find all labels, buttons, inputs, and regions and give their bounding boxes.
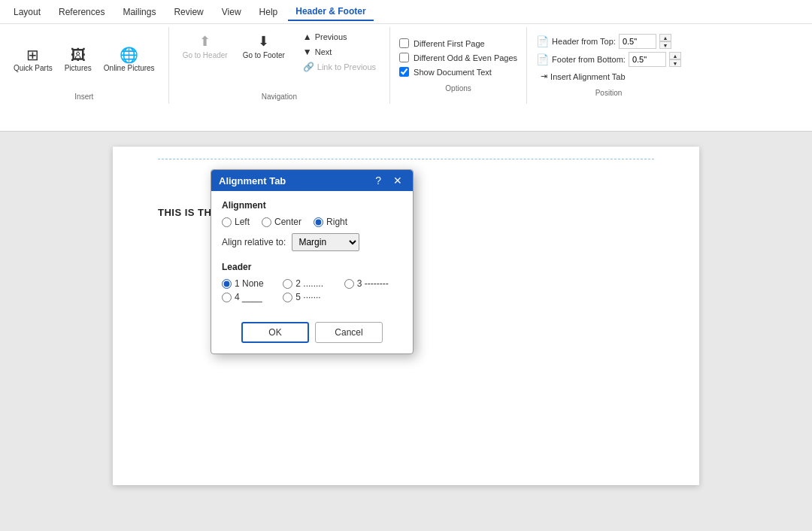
ribbon-group-navigation: ⬆ Go to Header ⬇ Go to Footer ▲ Previous (169, 27, 390, 104)
go-to-header-icon: ⬆ (199, 33, 211, 50)
tab-mailings[interactable]: Mailings (115, 4, 163, 20)
align-relative-label: Align relative to: (222, 237, 286, 247)
online-pictures-icon: 🌐 (120, 47, 138, 62)
alignment-left-option[interactable]: Left (222, 217, 250, 227)
tab-review[interactable]: Review (166, 4, 211, 20)
next-label: Next (315, 47, 332, 56)
leader-4-option[interactable]: 4 ____ (222, 292, 280, 302)
quick-parts-button[interactable]: ⊞ Quick Parts (9, 44, 57, 75)
online-pictures-button[interactable]: 🌐 Online Pictures (99, 44, 159, 75)
align-relative-row: Align relative to: Margin Indent (222, 233, 402, 251)
header-from-top-up[interactable]: ▲ (659, 34, 671, 41)
different-first-page-row: Different First Page (399, 38, 517, 48)
footer-from-bottom-up[interactable]: ▲ (669, 52, 681, 59)
align-relative-select[interactable]: Margin Indent (292, 233, 359, 251)
online-pictures-label: Online Pictures (104, 64, 155, 72)
tab-references[interactable]: References (51, 4, 112, 20)
prev-next-group: ▲ Previous ▼ Next 🔗 Link to Previous (295, 30, 380, 74)
link-to-previous-label: Link to Previous (317, 62, 376, 71)
nav-group-items: ⬆ Go to Header ⬇ Go to Footer ▲ Previous (178, 30, 380, 90)
footer-from-bottom-spinner: ▲ ▼ (669, 52, 681, 67)
leader-2-option[interactable]: 2 ........ (283, 278, 341, 289)
tab-layout[interactable]: Layout (6, 4, 48, 20)
pictures-label: Pictures (65, 64, 92, 72)
show-document-text-checkbox[interactable] (399, 67, 409, 77)
quick-parts-icon: ⊞ (26, 47, 39, 62)
header-from-top-down[interactable]: ▼ (659, 41, 671, 49)
leader-5-option[interactable]: 5 ······· (283, 292, 341, 302)
ribbon-tab-bar: Layout References Mailings Review View H… (0, 0, 812, 24)
footer-from-bottom-label: Footer from Bottom: (552, 55, 626, 64)
leader-4-label: 4 ____ (235, 292, 262, 302)
go-to-header-button[interactable]: ⬆ Go to Header (178, 30, 232, 74)
leader-grid: 1 None 2 ........ 3 -------- 4 ____ (222, 278, 402, 302)
ribbon-group-options: Different First Page Different Odd & Eve… (390, 27, 527, 104)
header-from-top-row: 📄 Header from Top: ▲ ▼ (536, 34, 681, 49)
different-odd-even-row: Different Odd & Even Pages (399, 53, 517, 62)
tab-help[interactable]: Help (252, 4, 286, 20)
next-icon: ▼ (303, 47, 312, 57)
link-icon: 🔗 (303, 62, 314, 72)
alignment-tab-dialog: Alignment Tab ? ✕ Alignment Left (211, 169, 414, 354)
modal-overlay: Alignment Tab ? ✕ Alignment Left (0, 132, 812, 531)
go-to-footer-button[interactable]: ⬇ Go to Footer (238, 30, 289, 74)
header-from-top-label: Header from Top: (552, 37, 616, 46)
dialog-close-button[interactable]: ✕ (390, 174, 405, 187)
header-from-top-input[interactable] (619, 34, 656, 49)
alignment-center-label: Center (274, 217, 301, 227)
link-to-previous-button[interactable]: 🔗 Link to Previous (298, 60, 380, 74)
alignment-left-radio[interactable] (222, 217, 232, 227)
different-first-page-label: Different First Page (414, 39, 485, 48)
leader-2-label: 2 ........ (295, 278, 323, 289)
dialog-body: Alignment Left Center Right (211, 191, 413, 322)
leader-3-label: 3 -------- (357, 278, 389, 289)
dialog-help-button[interactable]: ? (372, 174, 384, 187)
insert-alignment-label: Insert Alignment Tab (550, 72, 625, 81)
navigation-group-label: Navigation (262, 93, 297, 101)
next-button[interactable]: ▼ Next (298, 45, 380, 59)
alignment-left-label: Left (235, 217, 250, 227)
header-from-top-icon: 📄 (536, 35, 549, 47)
alignment-right-radio[interactable] (314, 217, 323, 227)
tab-header-footer[interactable]: Header & Footer (288, 3, 373, 21)
go-to-header-label: Go to Header (183, 51, 228, 59)
leader-1-option[interactable]: 1 None (222, 278, 280, 289)
alignment-center-radio[interactable] (262, 217, 271, 227)
footer-from-bottom-icon: 📄 (536, 53, 549, 65)
cancel-button[interactable]: Cancel (315, 322, 383, 343)
pictures-icon: 🖼 (71, 47, 86, 62)
pictures-button[interactable]: 🖼 Pictures (60, 44, 96, 75)
footer-from-bottom-down[interactable]: ▼ (669, 59, 681, 67)
alignment-radio-row: Left Center Right (222, 217, 402, 227)
leader-4-radio[interactable] (222, 293, 232, 302)
alignment-right-option[interactable]: Right (314, 217, 347, 227)
footer-from-bottom-row: 📄 Footer from Bottom: ▲ ▼ (536, 52, 681, 67)
ok-button[interactable]: OK (241, 322, 309, 343)
tab-view[interactable]: View (214, 4, 249, 20)
alignment-right-label: Right (326, 217, 347, 227)
different-first-page-checkbox[interactable] (399, 38, 409, 48)
show-document-text-row: Show Document Text (399, 67, 517, 77)
insert-alignment-tab-button[interactable]: ⇥ Insert Alignment Tab (536, 70, 681, 83)
show-document-text-label: Show Document Text (414, 68, 492, 77)
ribbon: Layout References Mailings Review View H… (0, 0, 812, 132)
leader-1-radio[interactable] (222, 279, 232, 289)
leader-5-label: 5 ······· (295, 292, 320, 302)
different-odd-even-checkbox[interactable] (399, 53, 409, 62)
leader-section-label: Leader (222, 262, 402, 272)
previous-label: Previous (315, 32, 347, 41)
leader-3-option[interactable]: 3 -------- (344, 278, 402, 289)
previous-icon: ▲ (303, 32, 312, 42)
go-to-footer-icon: ⬇ (258, 33, 269, 50)
header-from-top-spinner: ▲ ▼ (659, 34, 671, 49)
footer-from-bottom-input[interactable] (629, 52, 666, 67)
ribbon-group-position: 📄 Header from Top: ▲ ▼ 📄 Footer from Bot… (527, 27, 690, 104)
leader-2-radio[interactable] (283, 279, 292, 289)
leader-5-radio[interactable] (283, 293, 292, 302)
previous-button[interactable]: ▲ Previous (298, 30, 380, 44)
quick-parts-label: Quick Parts (14, 64, 53, 72)
leader-3-radio[interactable] (344, 279, 354, 289)
alignment-center-option[interactable]: Center (262, 217, 301, 227)
alignment-section-label: Alignment (222, 200, 402, 211)
insert-group-label: Insert (74, 93, 93, 101)
